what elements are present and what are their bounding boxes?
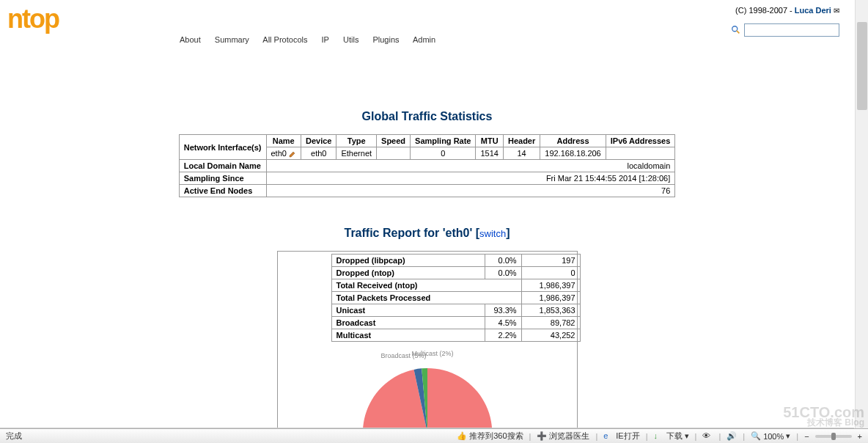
nodes-label: Active End Nodes [179, 185, 266, 197]
zoom-icon: 🔍 [751, 431, 761, 442]
sb-download[interactable]: ↓下载 ▾ [654, 431, 689, 442]
r5-val: 89,782 [521, 317, 580, 329]
ie-icon: e [603, 431, 614, 442]
sb-zoom-in[interactable]: + [858, 432, 862, 441]
sb-zoom[interactable]: 🔍100% ▾ [751, 431, 790, 442]
edit-icon[interactable] [289, 150, 296, 158]
row-domain: Local Domain Name localdomain [179, 160, 675, 172]
zoom-slider[interactable] [815, 435, 852, 438]
pie-slice-unicast [362, 368, 491, 428]
r6-val: 43,252 [521, 329, 580, 342]
table-row: Total Received (ntop)1,986,397 [331, 279, 580, 292]
r0-label: Dropped (libpcap) [331, 255, 485, 267]
r6-pct: 2.2% [485, 329, 521, 342]
sound-icon: 🔊 [727, 431, 737, 442]
title-close: ] [506, 227, 510, 239]
domain-label: Local Domain Name [179, 160, 266, 172]
sb-sound[interactable]: 🔊 [727, 431, 737, 442]
switch-link[interactable]: switch [479, 228, 506, 239]
r2-label: Total Received (ntop) [331, 279, 521, 292]
copyright-area: (C) 1998-2007 - Luca Deri ✉ [735, 6, 839, 15]
r1-label: Dropped (ntop) [331, 267, 485, 279]
search-input[interactable] [744, 23, 839, 37]
sb-doctor-label: 浏览器医生 [549, 431, 589, 442]
sb-zoom-out[interactable]: − [804, 432, 809, 441]
global-stats-table: Network Interface(s) Name Device Type Sp… [179, 134, 676, 197]
scrollbar[interactable] [855, 0, 868, 428]
domain-value: localdomain [266, 160, 675, 172]
sb-doctor[interactable]: ➕浏览器医生 [537, 431, 589, 442]
title-suffix: ' [ [469, 227, 479, 239]
zoom-slider-thumb[interactable] [831, 433, 836, 440]
pie-chart: Broadcast (5%) Multicast (2%) [280, 353, 575, 428]
r6-label: Multicast [331, 329, 485, 342]
if-device: eth0 [301, 147, 336, 160]
nav-ip[interactable]: IP [322, 35, 329, 44]
eye-icon: 👁 [702, 431, 713, 442]
nodes-value: 76 [266, 185, 675, 197]
col-sampling: Sampling Rate [411, 135, 476, 147]
r3-label: Total Packets Processed [331, 292, 521, 304]
sb-rec360[interactable]: 👍推荐到360搜索 [457, 431, 523, 442]
chevron-down-icon: ▾ [685, 431, 689, 441]
nav-all-protocols[interactable]: All Protocols [262, 35, 307, 44]
if-mtu: 1514 [476, 147, 503, 160]
r5-pct: 4.5% [485, 317, 521, 329]
col-speed: Speed [377, 135, 411, 147]
sb-zoom-label: 100% [763, 432, 784, 441]
r2-val: 1,986,397 [521, 279, 580, 292]
table-row: Total Packets Processed1,986,397 [331, 292, 580, 304]
table-row: Dropped (ntop)0.0%0 [331, 267, 580, 279]
sampling-value: Fri Mar 21 15:44:55 2014 [1:28:06] [266, 172, 675, 185]
interface-label: Network Interface(s) [179, 135, 266, 160]
r4-val: 1,853,363 [521, 304, 580, 317]
r0-val: 197 [521, 255, 580, 267]
nav-summary[interactable]: Summary [215, 35, 249, 44]
sb-download-label: 下载 [666, 431, 683, 442]
plus-icon: ➕ [537, 431, 547, 442]
col-address: Address [540, 135, 606, 147]
col-device: Device [301, 135, 336, 147]
if-address: 192.168.18.206 [540, 147, 606, 160]
table-row: Broadcast4.5%89,782 [331, 317, 580, 329]
nav-utils[interactable]: Utils [343, 35, 358, 44]
col-mtu: MTU [476, 135, 503, 147]
main-nav: About Summary All Protocols IP Utils Plu… [180, 35, 447, 44]
r1-val: 0 [521, 267, 580, 279]
title-prefix: Traffic Report for ' [345, 227, 446, 239]
col-ipv6: IPv6 Addresses [606, 135, 675, 147]
search-icon[interactable] [731, 25, 741, 35]
r0-pct: 0.0% [485, 255, 521, 267]
nav-plugins[interactable]: Plugins [372, 35, 399, 44]
sb-eye[interactable]: 👁 [702, 431, 713, 442]
if-name: eth0 [271, 149, 287, 158]
table-row: Unicast93.3%1,853,363 [331, 304, 580, 317]
thumb-icon: 👍 [457, 431, 467, 442]
svg-line-1 [737, 31, 740, 34]
sampling-label: Sampling Since [179, 172, 266, 185]
scrollbar-thumb[interactable] [857, 22, 867, 110]
nav-about[interactable]: About [180, 35, 201, 44]
r4-label: Unicast [331, 304, 485, 317]
r4-pct: 93.3% [485, 304, 521, 317]
if-ipv6 [606, 147, 675, 160]
row-nodes: Active End Nodes 76 [179, 185, 675, 197]
sb-ie[interactable]: eIE打开 [603, 431, 639, 442]
svg-point-0 [732, 26, 738, 32]
r1-pct: 0.0% [485, 267, 521, 279]
if-header: 14 [503, 147, 540, 160]
logo: ntop [7, 4, 59, 34]
chevron-down-icon: ▾ [786, 431, 790, 441]
search-area [731, 23, 839, 37]
nav-admin[interactable]: Admin [413, 35, 435, 44]
sb-rec360-label: 推荐到360搜索 [469, 431, 523, 442]
mail-icon[interactable]: ✉ [834, 7, 839, 15]
download-icon: ↓ [654, 431, 664, 442]
title-interface: eth0 [446, 227, 470, 239]
author-link[interactable]: Luca Deri [795, 6, 831, 15]
table-row: Dropped (libpcap)0.0%197 [331, 255, 580, 267]
traffic-report-table: Dropped (libpcap)0.0%197 Dropped (ntop)0… [331, 254, 581, 342]
if-type: Ethernet [336, 147, 377, 160]
table-row: Multicast2.2%43,252 [331, 329, 580, 342]
pie-label-multicast: Multicast (2%) [412, 351, 454, 357]
